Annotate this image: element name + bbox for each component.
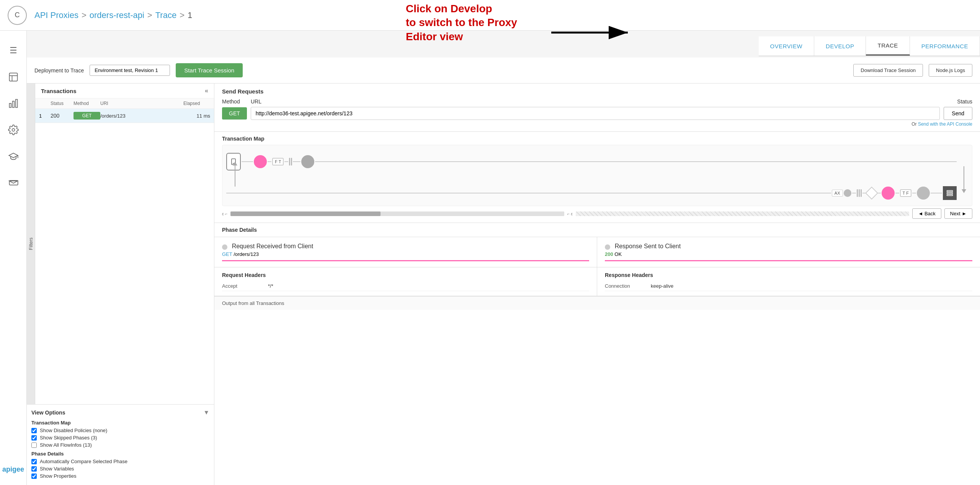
phase-cell-right: Response Sent to Client 200 OK xyxy=(597,237,980,267)
divider-bars-top xyxy=(289,158,292,165)
tab-performance[interactable]: PERFORMANCE xyxy=(910,36,980,56)
checkbox-flowinfos: Show All FlowInfos (13) xyxy=(31,442,209,448)
checkbox-show-properties-input[interactable] xyxy=(31,474,37,479)
next-button[interactable]: Next ► xyxy=(944,208,972,219)
deployment-dropdown-wrapper: Environment test, Revision 1 xyxy=(90,65,170,76)
phase-details-area: Phase Details Request Received from Clie… xyxy=(214,223,980,485)
checkbox-disabled-policies-input[interactable] xyxy=(31,428,37,433)
table-row[interactable]: 1 200 GET /orders/123 11 ms xyxy=(35,109,214,123)
col-uri: URI xyxy=(100,101,183,106)
scroll-track-left[interactable] xyxy=(230,211,564,216)
scroll-thumb-left xyxy=(230,211,381,216)
phase-right-subtitle: 200 OK xyxy=(605,251,972,257)
response-header-row-connection: Connection keep-alive xyxy=(605,281,972,291)
sidebar-icon-chart[interactable] xyxy=(5,95,22,112)
tab-trace[interactable]: TRACE xyxy=(866,36,910,56)
breadcrumb-trace[interactable]: Trace xyxy=(155,10,176,20)
gray-circle-top xyxy=(301,155,314,168)
checkbox-skipped-phases-label: Show Skipped Phases (3) xyxy=(40,435,97,441)
phase-left-dot xyxy=(222,244,227,250)
sidebar-icon-learn[interactable] xyxy=(5,148,22,165)
right-down-arrow xyxy=(962,166,966,193)
tab-develop[interactable]: DEVELOP xyxy=(814,36,866,56)
checkbox-auto-compare-input[interactable] xyxy=(31,459,37,464)
scroll-track-right[interactable] xyxy=(576,211,909,216)
phase-left-subtitle: GET /orders/123 xyxy=(222,251,589,257)
sidebar-icon-menu[interactable]: ☰ xyxy=(5,42,22,59)
right-panel: Send Requests Method URL Status GET Send… xyxy=(214,84,980,485)
output-label: Output from all Transactions xyxy=(222,300,284,306)
col-elapsed: Elapsed xyxy=(183,101,210,106)
sidebar-icon-announce[interactable] xyxy=(5,174,22,191)
connection-val: keep-alive xyxy=(651,283,673,289)
phase-right-status-text: OK xyxy=(614,251,622,257)
flow-line5 xyxy=(315,161,957,162)
send-requests-title: Send Requests xyxy=(222,88,972,95)
flow-bottom: T F xyxy=(226,186,957,200)
annotation-text: Click on Develop to switch to the Proxy … xyxy=(406,2,517,44)
bottom-line6 xyxy=(852,193,856,193)
split-area: Filters Transactions « Status Method URI… xyxy=(27,84,980,485)
main-content: Deployment to Trace Environment test, Re… xyxy=(27,57,980,485)
checkbox-disabled-policies-label: Show Disabled Policies (none) xyxy=(40,428,107,433)
checkbox-skipped-phases: Show Skipped Phases (3) xyxy=(31,435,209,441)
deployment-select[interactable]: Environment test, Revision 1 xyxy=(90,65,170,76)
transactions-panel: Transactions « Status Method URI Elapsed… xyxy=(35,84,214,404)
phase-left-uri: /orders/123 xyxy=(234,251,259,257)
filters-tab[interactable]: Filters xyxy=(27,84,35,404)
output-row: Output from all Transactions xyxy=(214,296,980,310)
flow-line3 xyxy=(284,161,288,162)
breadcrumb: API Proxies > orders-rest-api > Trace > … xyxy=(34,10,192,20)
sidebar-icon-package[interactable] xyxy=(5,69,22,85)
checkbox-show-variables: Show Variables xyxy=(31,466,209,472)
breadcrumb-orders[interactable]: orders-rest-api xyxy=(90,10,144,20)
method-get-badge[interactable]: GET xyxy=(222,107,247,120)
api-console-link-row: Or Send with the API Console xyxy=(222,121,972,127)
epsilon-right: ⌐ ε xyxy=(567,211,573,216)
annotation-arrow xyxy=(551,21,635,44)
epsilon-left: ε ⌐ xyxy=(222,211,227,216)
checkbox-flowinfos-input[interactable] xyxy=(31,442,37,448)
annotation-line1: Click on Develop xyxy=(406,2,517,16)
checkbox-show-variables-input[interactable] xyxy=(31,466,37,472)
phase-details-title: Phase Details xyxy=(214,223,980,237)
start-trace-button[interactable]: Start Trace Session xyxy=(176,63,243,77)
nodejs-logs-button[interactable]: Node.js Logs xyxy=(929,64,972,77)
send-requests-section: Send Requests Method URL Status GET Send… xyxy=(214,84,980,132)
tab-overview[interactable]: OVERVIEW xyxy=(759,36,815,56)
send-button[interactable]: Send xyxy=(944,107,972,120)
request-headers-cell: Request Headers Accept */* xyxy=(214,267,597,296)
phase-left-header: Request Received from Client xyxy=(222,243,589,250)
collapse-button[interactable]: « xyxy=(205,87,208,94)
logo-circle: C xyxy=(8,6,27,25)
view-options-title: View Options xyxy=(31,410,65,416)
deployment-label: Deployment to Trace xyxy=(34,67,84,74)
method-label: Method xyxy=(222,98,245,105)
checkbox-skipped-phases-input[interactable] xyxy=(31,435,37,441)
ft-bracket: F T xyxy=(272,158,284,165)
svg-rect-7 xyxy=(15,100,17,108)
col-status: Status xyxy=(51,101,74,106)
download-trace-button[interactable]: Download Trace Session xyxy=(853,64,923,77)
breadcrumb-api-proxies[interactable]: API Proxies xyxy=(34,10,78,20)
back-button[interactable]: ◄ Back xyxy=(912,208,941,219)
phase-right-status-code: 200 xyxy=(605,251,613,257)
transactions-area: Filters Transactions « Status Method URI… xyxy=(27,84,214,404)
api-console-link[interactable]: Send with the API Console xyxy=(918,121,972,127)
sidebar-icon-gear[interactable] xyxy=(5,121,22,138)
view-options: View Options ▼ Transaction Map Show Disa… xyxy=(27,404,214,485)
svg-rect-2 xyxy=(9,73,17,81)
phase-right-dot xyxy=(605,244,610,250)
url-input[interactable] xyxy=(251,107,940,120)
checkbox-show-properties-label: Show Properties xyxy=(40,473,76,479)
phase-grid: Request Received from Client GET /orders… xyxy=(214,237,980,267)
left-sidebar: ☰ apigee xyxy=(0,31,27,485)
view-options-header[interactable]: View Options ▼ xyxy=(31,409,209,416)
phase-right-title: Response Sent to Client xyxy=(615,243,681,249)
transactions-header: Transactions « xyxy=(35,84,214,98)
checkbox-show-properties: Show Properties xyxy=(31,473,209,479)
row-status: 200 xyxy=(51,113,74,119)
flow-line4 xyxy=(293,161,301,162)
svg-rect-14 xyxy=(947,195,953,196)
ax-label: AX xyxy=(832,190,843,197)
